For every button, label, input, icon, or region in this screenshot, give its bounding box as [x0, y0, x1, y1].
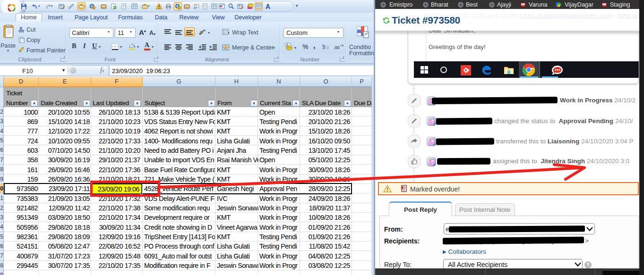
svg-text:.00: .00 — [334, 45, 340, 50]
svg-text:.0: .0 — [322, 45, 326, 50]
svg-text:a: a — [225, 46, 227, 49]
svg-text:0: 0 — [326, 45, 329, 50]
